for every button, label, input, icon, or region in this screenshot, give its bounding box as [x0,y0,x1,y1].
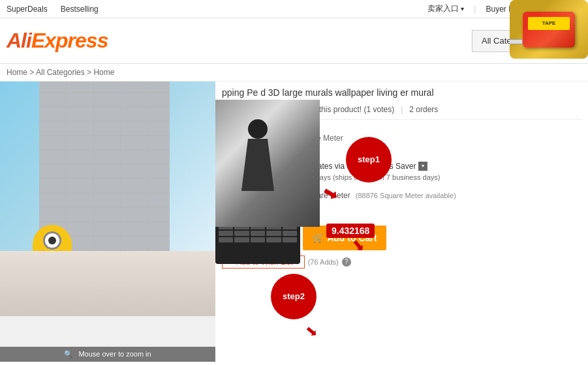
zoom-hint-text: Mouse over to zoom in [78,350,151,358]
calc-btn-9 [266,231,281,236]
shipping-dropdown[interactable]: ▾ [418,162,427,171]
cart-icon: 🛒 [313,233,324,243]
top-navigation: SuperDeals Bestselling 卖家入口 ▾ | Buyer Pr… [0,0,588,18]
product-title-text: pping Pe d 3D large murals wallpaper liv… [222,87,434,98]
calc-btn-11 [219,237,233,242]
calc-btn-10 [283,231,297,236]
person-head [248,119,268,139]
header: AliExpress TAPE All Categories 🔍 [0,18,588,64]
seller-entry[interactable]: 卖家入口 ▾ [427,3,464,14]
add-to-cart-label: Add to Cart [327,233,377,243]
product-title: pping Pe d 3D large murals wallpaper liv… [222,87,581,100]
tape-label: TAPE [528,17,570,30]
top-nav-left: SuperDeals Bestselling [7,5,99,14]
orders-count: 2 orders [409,105,438,114]
calc-btn-12 [234,237,249,242]
calc-btn-8 [251,231,265,236]
product-images-panel: 🔍 Mouse over to zoom in [0,81,215,362]
bw-photo-overlay [215,100,320,227]
calc-buttons [219,224,297,242]
calc-btn-6 [219,231,233,236]
minion-eye [43,231,61,250]
calc-btn-13 [251,237,265,242]
tape-extend [510,39,523,44]
product-main-image [0,81,215,316]
bed-area [0,251,215,316]
seller-entry-label: 卖家入口 [427,3,459,14]
superdeals-link[interactable]: SuperDeals [7,5,48,14]
help-icon[interactable]: ? [342,257,351,267]
calc-btn-15 [283,237,297,242]
quantity-available: (88876 Square Meter available) [356,192,456,199]
separator-line: | [474,5,476,14]
main-content: 🔍 Mouse over to zoom in [0,81,588,362]
add-to-cart-button[interactable]: 🛒 Add to Cart [303,226,386,250]
header-product-image: TAPE [510,0,588,59]
bestselling-link[interactable]: Bestselling [61,5,99,14]
rating-separator: | [401,105,403,114]
tape-measure: TAPE [523,12,575,48]
aliexpress-logo: AliExpress [7,29,108,53]
bw-person-graphic [215,100,320,227]
calc-btn-14 [266,237,281,242]
person-body [241,139,274,191]
breadcrumb-text: Home > All Categories > Home [7,68,114,77]
seller-entry-dropdown-icon: ▾ [461,5,464,12]
shipping-dropdown-icon: ▾ [418,162,427,171]
minion-pupil [48,237,56,244]
zoom-icon: 🔍 [64,350,73,358]
wishlist-adds-count: (76 Adds) [308,258,339,266]
zoom-hint: 🔍 Mouse over to zoom in [0,347,215,362]
breadcrumb: Home > All Categories > Home [0,64,588,81]
calc-btn-7 [234,231,249,236]
wallpaper-background [0,81,215,316]
